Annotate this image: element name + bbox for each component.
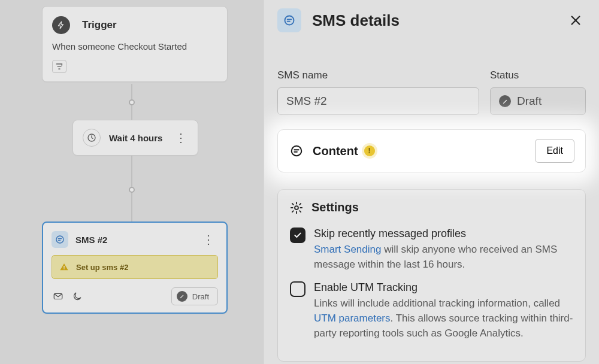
setting-skip-recently-messaged[interactable]: Skip recently messaged profiles Smart Se… bbox=[290, 228, 573, 272]
setting-title: Enable UTM Tracking bbox=[314, 281, 573, 294]
connector-node[interactable] bbox=[129, 187, 135, 193]
setting-title: Skip recently messaged profiles bbox=[314, 228, 573, 240]
status-text: Draft bbox=[192, 292, 209, 301]
sms-card[interactable]: SMS #2 ⋮ Set up sms #2 bbox=[42, 222, 228, 314]
settings-section: Settings Skip recently messaged profiles… bbox=[277, 189, 586, 362]
setting-enable-utm-tracking[interactable]: Enable UTM Tracking Links will include a… bbox=[290, 281, 573, 341]
wait-menu-button[interactable]: ⋮ bbox=[171, 131, 190, 145]
moon-icon[interactable] bbox=[71, 290, 84, 303]
message-icon bbox=[289, 143, 304, 159]
flow-canvas[interactable]: Trigger When someone Checkout Started Wa… bbox=[0, 0, 264, 364]
warning-icon bbox=[59, 262, 69, 272]
close-button[interactable] bbox=[565, 10, 586, 31]
envelope-icon[interactable] bbox=[52, 290, 65, 303]
svg-point-1 bbox=[56, 236, 63, 243]
checkbox-checked-icon[interactable] bbox=[290, 228, 305, 243]
wait-label: Wait 4 hours bbox=[109, 133, 171, 143]
utm-parameters-link[interactable]: UTM parameters bbox=[314, 313, 391, 324]
sms-icon bbox=[52, 231, 68, 248]
details-panel: SMS details SMS name SMS #2 Status bbox=[264, 0, 599, 364]
trigger-description: When someone Checkout Started bbox=[52, 41, 217, 51]
sms-menu-button[interactable]: ⋮ bbox=[199, 232, 218, 247]
sms-name-value: SMS #2 bbox=[286, 95, 327, 108]
sms-title: SMS #2 bbox=[75, 235, 199, 245]
filter-icon[interactable] bbox=[52, 60, 66, 73]
sms-warning-text: Set up sms #2 bbox=[76, 263, 128, 272]
edit-button[interactable]: Edit bbox=[535, 139, 574, 163]
settings-title: Settings bbox=[311, 201, 359, 214]
setting-description: Smart Sending will skip anyone who recei… bbox=[314, 242, 573, 272]
sms-name-label: SMS name bbox=[277, 69, 479, 81]
panel-title: SMS details bbox=[312, 11, 400, 30]
status-pill[interactable]: Draft bbox=[171, 287, 218, 305]
svg-point-7 bbox=[295, 206, 298, 210]
svg-point-6 bbox=[292, 146, 302, 156]
pencil-icon bbox=[177, 291, 187, 302]
trigger-title: Trigger bbox=[82, 19, 117, 31]
connector-node[interactable] bbox=[129, 99, 135, 105]
content-section: Content ! Edit bbox=[264, 129, 599, 172]
sms-warning-banner[interactable]: Set up sms #2 bbox=[52, 255, 218, 279]
svg-rect-3 bbox=[63, 268, 64, 269]
svg-rect-2 bbox=[63, 266, 64, 268]
content-title: Content bbox=[313, 144, 358, 158]
status-label: Status bbox=[490, 69, 586, 81]
svg-point-5 bbox=[285, 16, 294, 25]
gear-icon bbox=[290, 201, 303, 214]
sms-name-input[interactable]: SMS #2 bbox=[277, 87, 479, 115]
checkbox-unchecked-icon[interactable] bbox=[290, 281, 305, 297]
lightning-icon bbox=[52, 16, 70, 34]
warning-icon: ! bbox=[364, 145, 375, 156]
smart-sending-link[interactable]: Smart Sending bbox=[314, 244, 381, 255]
panel-header: SMS details bbox=[264, 0, 599, 41]
status-select[interactable]: Draft bbox=[490, 87, 586, 115]
setting-description: Links will include additional tracking i… bbox=[314, 296, 573, 341]
clock-icon bbox=[83, 129, 101, 147]
setting-description-pre: Links will include additional tracking i… bbox=[314, 298, 560, 309]
pencil-icon bbox=[499, 95, 511, 107]
trigger-card[interactable]: Trigger When someone Checkout Started bbox=[42, 6, 228, 82]
status-value: Draft bbox=[517, 95, 541, 108]
sms-icon bbox=[277, 8, 301, 32]
wait-card[interactable]: Wait 4 hours ⋮ bbox=[72, 120, 198, 156]
